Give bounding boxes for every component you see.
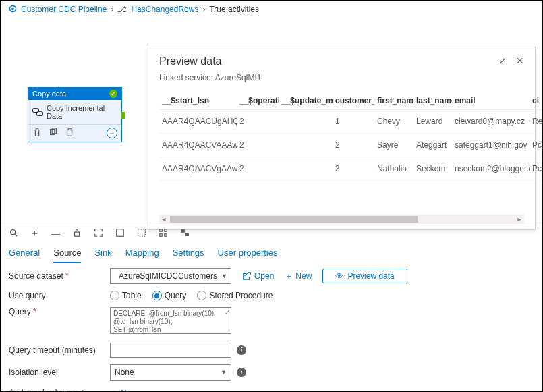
tab-source[interactable]: Source (53, 244, 81, 263)
col-customer-id[interactable]: customer_id (333, 92, 374, 110)
cell-first: Chevy (374, 110, 413, 134)
cell-mask (279, 157, 333, 181)
query-label: Query (9, 307, 31, 316)
use-query-sp-radio[interactable]: Stored Procedure (197, 291, 273, 300)
chevron-right-icon: › (202, 5, 205, 14)
additional-columns-label: Additional columns (9, 388, 77, 392)
col-last-name[interactable]: last_name (413, 92, 452, 110)
svg-rect-11 (181, 229, 184, 232)
close-icon[interactable]: ✕ (516, 55, 524, 66)
col-first-name[interactable]: first_name (374, 92, 413, 110)
cell-first: Sayre (374, 134, 413, 157)
linked-service-label: Linked service: (159, 73, 213, 82)
status-success-icon: ✓ (109, 90, 117, 98)
scrollbar-thumb[interactable] (170, 216, 418, 223)
pipeline-icon: ⦿ (9, 5, 17, 14)
cell-first: Nathalia (374, 157, 413, 181)
clone-icon[interactable] (49, 128, 58, 139)
svg-point-3 (11, 229, 16, 234)
tab-settings[interactable]: Settings (173, 244, 204, 263)
copy-data-icon (32, 108, 42, 116)
cell-op: 2 (237, 110, 279, 134)
svg-rect-12 (185, 233, 188, 235)
use-query-label: Use query (9, 291, 110, 300)
tab-user-properties[interactable]: User properties (218, 244, 278, 263)
select-icon[interactable] (137, 228, 146, 240)
expand-icon[interactable]: ⤢ (498, 55, 507, 66)
tab-general[interactable]: General (9, 244, 40, 263)
table-row[interactable]: AAAR4QAACVgAAw==23NathaliaSeckomnseckom2… (159, 157, 543, 181)
pipeline-canvas[interactable]: Copy data ✓ Copy Incremental Data → Prev… (1, 20, 542, 222)
cell-cid: 2 (333, 134, 374, 157)
table-row[interactable]: AAAR4QAACVAAAw==22SayreAteggartsateggart… (159, 134, 543, 157)
breadcrumb-pipeline[interactable]: Customer CDC Pipeline (21, 5, 107, 14)
activity-title: Copy Incremental Data (47, 104, 117, 120)
query-timeout-input[interactable] (110, 343, 231, 358)
align-icon[interactable] (180, 228, 190, 240)
col-city[interactable]: ci (530, 92, 543, 110)
success-output-handle[interactable] (121, 112, 125, 119)
canvas-toolbar: ＋ — (9, 227, 190, 240)
col-update-mask[interactable]: __$update_mask (279, 92, 333, 110)
svg-rect-6 (138, 229, 146, 236)
info-icon[interactable]: i (237, 345, 246, 355)
col-operation[interactable]: __$operation (237, 92, 279, 110)
breadcrumb-leaf: True activities (209, 5, 259, 14)
svg-rect-5 (117, 229, 124, 236)
isolation-level-label: Isolation level (9, 368, 110, 377)
scroll-right-icon[interactable]: ► (515, 216, 524, 223)
info-icon[interactable]: i (237, 368, 246, 377)
cell-op: 2 (237, 157, 279, 181)
col-email[interactable]: email (452, 92, 530, 110)
source-dataset-label: Source dataset (9, 271, 63, 281)
copy-data-activity[interactable]: Copy data ✓ Copy Incremental Data → (28, 87, 122, 142)
search-icon[interactable] (9, 228, 18, 240)
scroll-left-icon[interactable]: ◄ (159, 216, 169, 223)
breadcrumb-branch[interactable]: HasChangedRows (131, 5, 198, 14)
tab-sink[interactable]: Sink (94, 244, 111, 263)
cell-lsn: AAAR4QAACUgAHQ== (159, 110, 237, 134)
cell-last: Seckom (413, 157, 452, 181)
source-dataset-select[interactable]: AzureSqlMICDCCustomers ▼ (110, 268, 231, 284)
col-start-lsn[interactable]: __$start_lsn (159, 92, 237, 110)
delete-icon[interactable] (32, 128, 42, 139)
cell-email: sateggart1@nih.gov (452, 134, 530, 157)
svg-rect-2 (67, 130, 72, 136)
cell-last: Ateggart (413, 134, 452, 157)
chevron-down-icon: ▼ (221, 273, 227, 279)
use-query-query-radio[interactable]: Query (152, 291, 187, 300)
layout-icon[interactable] (159, 228, 168, 240)
query-timeout-label: Query timeout (minutes) (9, 345, 110, 355)
cell-last: Leward (413, 110, 452, 134)
add-column-button[interactable]: ＋New (110, 387, 137, 392)
table-row[interactable]: AAAR4QAACUgAHQ==21ChevyLewardcleward0@ma… (159, 110, 543, 134)
add-output-icon[interactable]: → (107, 128, 117, 138)
cell-lsn: AAAR4QAACVAAAw== (159, 134, 237, 157)
branch-icon: ⎇ (117, 5, 127, 14)
svg-rect-8 (165, 229, 167, 231)
use-query-table-radio[interactable]: Table (110, 291, 142, 300)
cell-mask (279, 134, 333, 157)
linked-service-value: AzureSqlMI1 (215, 73, 262, 82)
source-form: Source dataset * AzureSqlMICDCCustomers … (9, 268, 534, 392)
query-textarea[interactable] (110, 307, 231, 334)
fit-icon[interactable] (94, 228, 103, 240)
lock-icon[interactable] (72, 228, 82, 240)
open-dataset-button[interactable]: Open (242, 271, 274, 281)
new-dataset-button[interactable]: ＋New (285, 271, 312, 282)
isolation-level-select[interactable]: None ▼ (110, 364, 231, 381)
preview-title: Preview data (159, 55, 261, 67)
fullscreen-icon[interactable] (115, 228, 125, 240)
svg-rect-9 (160, 233, 163, 236)
cell-city: Pc (530, 157, 543, 181)
expand-textarea-icon[interactable]: ⤢ (225, 308, 230, 316)
copy-icon[interactable] (65, 128, 74, 139)
preview-data-panel: Preview data Linked service: AzureSqlMI1… (148, 47, 536, 230)
tab-mapping[interactable]: Mapping (125, 244, 159, 263)
preview-data-button[interactable]: 👁Preview data (322, 269, 407, 283)
zoom-out-icon[interactable]: — (51, 229, 60, 239)
cell-cid: 3 (333, 157, 374, 181)
cell-email: cleward0@mapy.cz (452, 110, 530, 134)
isolation-level-value: None (115, 368, 134, 377)
zoom-in-icon[interactable]: ＋ (30, 227, 39, 240)
